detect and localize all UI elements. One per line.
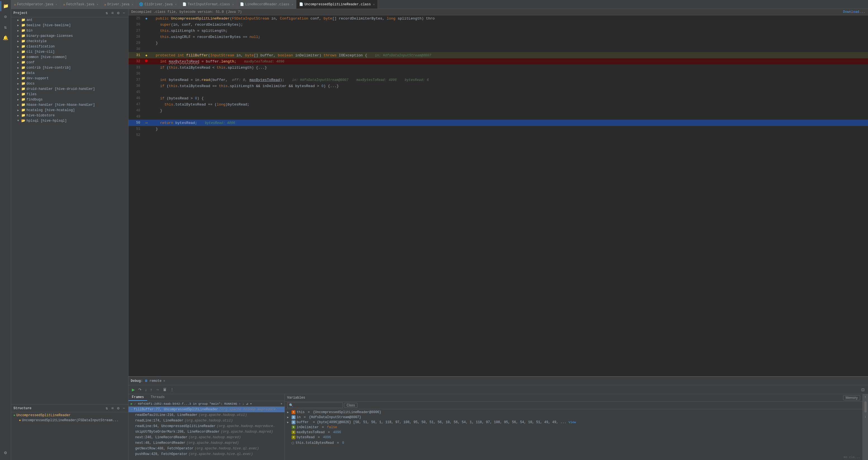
var-item-this[interactable]: ▶ t this = {UncompressedSplitLineReader@… bbox=[285, 410, 862, 415]
tab-uncompressedsplitlinereader[interactable]: 📄 UncompressedSplitLineReader.class ✕ bbox=[296, 0, 378, 9]
frame-item-5[interactable]: next:246, LineRecordReader (org.apache.h… bbox=[128, 435, 285, 440]
thread-settings-icon[interactable]: ▾ bbox=[250, 402, 252, 405]
tree-item-hplsql[interactable]: ▼ 📂 hplsql [hive-hplsql] bbox=[11, 118, 128, 123]
frame-item-4[interactable]: skipUtfByteOrderMark:208, LineRecordRead… bbox=[128, 429, 285, 435]
tree-item-bin[interactable]: ▶ 📁 bin bbox=[11, 28, 128, 33]
tab-threads[interactable]: Threads bbox=[147, 394, 168, 401]
close-textinputformat-tab[interactable]: ✕ bbox=[232, 3, 234, 6]
tree-item-dev-support[interactable]: ▶ 📁 dev-support bbox=[11, 76, 128, 81]
step-out-button[interactable]: ↑ bbox=[149, 387, 153, 392]
close-debug-session[interactable]: ✕ bbox=[163, 379, 165, 383]
close-fetchoperator-tab[interactable]: ✕ bbox=[56, 3, 57, 6]
more-debug-button[interactable]: ⋮ bbox=[169, 387, 175, 392]
line-num-27: 27 bbox=[128, 28, 143, 34]
tree-item-docs[interactable]: ▶ 📁 docs bbox=[11, 81, 128, 86]
code-line-48: 48 } bbox=[128, 107, 868, 113]
tab-fetchtask[interactable]: ☕ FetchTask.java ✕ bbox=[60, 0, 101, 9]
restore-layout-button[interactable]: ⊡ bbox=[860, 387, 866, 392]
filter-structure-icon[interactable]: ≡ bbox=[111, 405, 115, 411]
class-button[interactable]: Class bbox=[344, 403, 358, 408]
code-area[interactable]: 25 ◆ public UncompressedSplitLineReader(… bbox=[128, 15, 868, 376]
view-buffer-link[interactable]: View bbox=[568, 421, 576, 424]
close-clidriver-tab[interactable]: ✕ bbox=[175, 3, 177, 6]
tab-linerecordreader[interactable]: 📄 LineRecordReader.class ✕ bbox=[237, 0, 296, 9]
frame-item-1[interactable]: readDefaultLine:216, LineReader (org.apa… bbox=[128, 412, 285, 418]
sidebar-item-pull-requests[interactable]: ⇅ bbox=[1, 22, 10, 32]
frame-item-3[interactable]: readLine:94, UncompressedSplitLineReader… bbox=[128, 423, 285, 429]
memory-button[interactable]: Memory bbox=[843, 395, 860, 400]
folder-bin-icon: 📁 bbox=[21, 29, 25, 33]
sidebar-item-project[interactable]: 📁 bbox=[1, 1, 10, 11]
step-over-button[interactable]: ↷ bbox=[137, 387, 143, 392]
minimize-tree-icon[interactable]: − bbox=[122, 10, 126, 16]
tree-item-checkstyle[interactable]: ▶ 📁 checkstyle bbox=[11, 38, 128, 44]
line-content-37: int bytesRead = in.read(buffer, off: 0, … bbox=[150, 77, 868, 83]
tree-item-hcatalog[interactable]: ▶ 📁 hcatalog [hive-hcatalog] bbox=[11, 107, 128, 113]
tab-driver[interactable]: ☕ Driver.java ✕ bbox=[101, 0, 136, 9]
structure-item-class[interactable]: ● UncompressedSplitLineReader bbox=[11, 413, 128, 418]
tab-textinputformat[interactable]: 📄 TextInputFormat.class ✕ bbox=[180, 0, 237, 9]
tree-item-conf[interactable]: ▶ 📁 conf bbox=[11, 60, 128, 65]
close-driver-tab[interactable]: ✕ bbox=[131, 3, 133, 6]
variables-search-input[interactable] bbox=[287, 402, 343, 408]
var-item-totalbytesread[interactable]: ◯ this.totalBytesRead = 0 bbox=[285, 440, 862, 446]
tab-clidriver[interactable]: 🌐 CliDriver.java ✕ bbox=[136, 0, 180, 9]
tab-fetchoperator[interactable]: ☕ FetchOperator.java ✕ bbox=[11, 0, 60, 9]
thread-down-icon[interactable]: ↓ bbox=[242, 402, 244, 405]
frame-item-6[interactable]: next:48, LineRecordReader (org.apache.ha… bbox=[128, 440, 285, 446]
thread-up-icon[interactable]: ↑ bbox=[239, 402, 241, 405]
tree-item-contrib[interactable]: ▶ 📁 contrib [hive-contrib] bbox=[11, 65, 128, 70]
evaluate-button[interactable]: 🖩 bbox=[162, 387, 168, 392]
close-linerecordreader-tab[interactable]: ✕ bbox=[291, 3, 293, 6]
var-item-indelimiter[interactable]: b inDelimiter = false bbox=[285, 425, 862, 430]
close-fetchtask-tab[interactable]: ✕ bbox=[97, 3, 98, 6]
scroll-handle[interactable] bbox=[864, 401, 867, 413]
resume-button[interactable]: ▶ bbox=[131, 387, 136, 392]
tree-item-beeline[interactable]: ▶ 📁 beeline [hive-beeline] bbox=[11, 23, 128, 28]
frame-item-0[interactable]: ✓ fillBuffer:77, UncompressedSplitLineRe… bbox=[128, 407, 285, 412]
frame-item-7[interactable]: getNextRow:488, FetchOperator (org.apach… bbox=[128, 446, 285, 451]
structure-item-constructor[interactable]: ● UncompressedSplitLineReader(FSDataInpu… bbox=[11, 418, 128, 423]
tree-item-hbase[interactable]: ▶ 📁 hbase-handler [hive-hbase-handler] bbox=[11, 102, 128, 107]
tab-frames[interactable]: Frames bbox=[128, 394, 147, 401]
tree-item-common[interactable]: ▶ 📁 common [hive-common] bbox=[11, 55, 128, 60]
tree-item-hive-blobstore[interactable]: ▶ 📁 hive-blobstore bbox=[11, 113, 128, 118]
tree-item-druid[interactable]: ▶ 📁 druid-handler [hive-druid-handler] bbox=[11, 86, 128, 92]
line-content-51: } bbox=[150, 126, 868, 132]
line-content-32: int maxBytesToRead = buffer.length; maxB… bbox=[150, 58, 868, 64]
sort-structure-icon[interactable]: ⇅ bbox=[105, 405, 108, 411]
tree-item-binary[interactable]: ▶ 📁 binary-package-licenses bbox=[11, 33, 128, 38]
tree-item-cli[interactable]: ▶ 📁 cli [hive-cli] bbox=[11, 49, 128, 55]
tree-item-ant[interactable]: ▶ 📁 ant bbox=[11, 17, 128, 23]
download-link[interactable]: Download... bbox=[843, 10, 865, 14]
sort-alpha-icon[interactable]: ≡ bbox=[111, 10, 115, 16]
folder-cli-icon: 📁 bbox=[21, 50, 25, 54]
line-content-27: this.splitLength = splitLength; bbox=[150, 28, 868, 34]
settings-tree-icon[interactable]: ⚙ bbox=[116, 10, 120, 16]
frame-item-8[interactable]: pushRow:428, FetchOperator (org.apache.h… bbox=[128, 451, 285, 457]
var-item-buffer[interactable]: ▶ o buffer = {byte[4096]@8026} [50, 51, … bbox=[285, 420, 862, 425]
scroll-up-icon[interactable]: ↑ bbox=[864, 395, 866, 399]
debug-panel: Debug: 🖥 remote ✕ ▶ ↷ ↓ ↑ → 🖩 ⋮ ⊡ bbox=[128, 376, 868, 460]
tree-item-files[interactable]: ▶ 📁 files bbox=[11, 92, 128, 97]
tree-item-classification[interactable]: ▶ 📁 classification bbox=[11, 44, 128, 49]
minimize-structure-icon[interactable]: − bbox=[122, 405, 126, 411]
sidebar-item-settings[interactable]: ⚙ bbox=[1, 448, 10, 458]
settings-structure-icon[interactable]: ⚙ bbox=[116, 405, 120, 411]
var-item-maxbytestoread[interactable]: # maxBytesToRead = 4096 bbox=[285, 430, 862, 435]
sort-icon[interactable]: ⇅ bbox=[105, 10, 108, 16]
var-item-bytesread[interactable]: # bytesRead = 4096 bbox=[285, 435, 862, 440]
line-gutter-45 bbox=[143, 89, 150, 95]
sidebar-item-notifications[interactable]: 🔔 bbox=[1, 33, 10, 43]
scroll-down-icon[interactable]: ↓ bbox=[864, 415, 866, 419]
run-to-cursor-button[interactable]: → bbox=[154, 387, 161, 392]
close-uncompressed-tab[interactable]: ✕ bbox=[373, 3, 375, 6]
tree-item-findbugs[interactable]: ▶ 📁 findbugs bbox=[11, 97, 128, 102]
tree-item-data[interactable]: ▶ 📁 data bbox=[11, 70, 128, 76]
var-item-in[interactable]: ▶ o in = {HdfsDataInputStream@8007} bbox=[285, 415, 862, 420]
thread-filter-icon[interactable]: ⊿ bbox=[246, 402, 248, 405]
thread-add-icon[interactable]: + bbox=[280, 402, 282, 405]
frame-item-2[interactable]: readLine:174, LineReader (org.apache.had… bbox=[128, 418, 285, 423]
step-into-button[interactable]: ↓ bbox=[144, 387, 148, 392]
sidebar-item-commit[interactable]: ⊙ bbox=[1, 12, 10, 22]
